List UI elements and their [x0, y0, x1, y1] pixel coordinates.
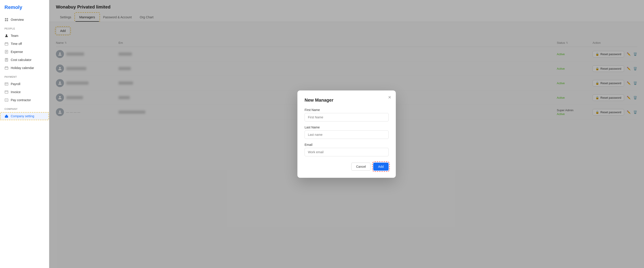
sidebar-item-invoice-label: Invoice	[11, 90, 20, 94]
sidebar-item-team[interactable]: Team	[0, 32, 49, 40]
last-name-label: Last Name	[304, 126, 389, 129]
svg-point-18	[6, 60, 6, 61]
sidebar-item-team-label: Team	[11, 34, 18, 37]
sidebar-item-payroll-label: Payroll	[11, 82, 20, 86]
sidebar-item-invoice[interactable]: Invoice	[0, 88, 49, 96]
sidebar-item-cost-calculator-label: Cost calculator	[11, 58, 32, 62]
cancel-button[interactable]: Cancel	[351, 163, 370, 171]
first-name-label: First Name	[304, 108, 389, 112]
sidebar-item-timeoff-label: Time off	[11, 42, 22, 45]
app-logo: Remoly	[0, 4, 49, 16]
svg-rect-1	[7, 18, 8, 19]
svg-rect-34	[6, 117, 7, 118]
svg-rect-21	[5, 67, 8, 69]
last-name-input[interactable]	[304, 130, 389, 139]
receipt-icon	[4, 50, 8, 54]
sidebar-item-holiday-calendar[interactable]: Holiday calendar	[0, 64, 49, 72]
building-icon	[4, 114, 8, 118]
section-label-payment: PAYMENT	[0, 74, 49, 80]
sidebar-item-overview[interactable]: Overview	[0, 16, 49, 24]
modal-close-button[interactable]: ✕	[388, 95, 391, 100]
svg-point-19	[6, 60, 7, 61]
pay-contractor-icon	[4, 98, 8, 102]
sidebar-item-pay-contractor-label: Pay contractor	[11, 98, 31, 102]
overview-icon	[4, 18, 8, 22]
sidebar-item-timeoff[interactable]: Time off	[0, 40, 49, 48]
section-label-people: PEOPLE	[0, 25, 49, 32]
email-input[interactable]	[304, 148, 389, 156]
payroll-icon	[4, 82, 8, 86]
calculator-icon	[4, 58, 8, 62]
svg-rect-28	[5, 91, 8, 93]
main-area: Wonabuy Privated limited Settings Mannag…	[49, 0, 644, 268]
svg-rect-25	[5, 83, 8, 85]
svg-rect-2	[5, 20, 6, 21]
modal-title: New Manager	[304, 98, 389, 103]
section-label-company: COMPANY	[0, 106, 49, 112]
sidebar-item-cost-calculator[interactable]: Cost calculator	[0, 56, 49, 64]
modal-overlay: New Manager ✕ First Name Last Name Email…	[49, 0, 644, 268]
person-icon	[4, 34, 8, 38]
svg-rect-3	[7, 20, 8, 21]
svg-rect-5	[5, 43, 8, 45]
sidebar-item-expense-label: Expense	[11, 50, 23, 54]
svg-point-20	[7, 60, 8, 61]
modal-add-button[interactable]: Add	[373, 163, 389, 171]
svg-rect-0	[5, 18, 6, 19]
invoice-icon	[4, 90, 8, 94]
svg-point-17	[7, 60, 8, 60]
email-label: Email	[304, 143, 389, 147]
sidebar-item-holiday-calendar-label: Holiday calendar	[11, 66, 34, 70]
calendar-icon	[4, 42, 8, 46]
svg-point-15	[6, 60, 6, 60]
svg-rect-33	[6, 115, 7, 116]
svg-rect-14	[6, 59, 8, 59]
holiday-calendar-icon	[4, 66, 8, 70]
sidebar: Remoly Overview PEOPLE Team Time off Exp…	[0, 0, 49, 268]
first-name-input[interactable]	[304, 113, 389, 121]
first-name-field: First Name	[304, 108, 389, 121]
new-manager-modal: New Manager ✕ First Name Last Name Email…	[298, 90, 396, 178]
svg-point-16	[6, 60, 7, 60]
modal-footer: Cancel Add	[304, 163, 389, 171]
sidebar-item-company-setting-label: Company setting	[11, 114, 34, 118]
svg-point-4	[6, 34, 7, 36]
sidebar-item-company-setting[interactable]: Company setting	[0, 112, 49, 120]
email-field: Email	[304, 143, 389, 156]
sidebar-item-overview-label: Overview	[11, 18, 24, 21]
last-name-field: Last Name	[304, 126, 389, 139]
sidebar-item-payroll[interactable]: Payroll	[0, 80, 49, 88]
sidebar-item-expense[interactable]: Expense	[0, 48, 49, 56]
sidebar-item-pay-contractor[interactable]: Pay contractor	[0, 96, 49, 104]
